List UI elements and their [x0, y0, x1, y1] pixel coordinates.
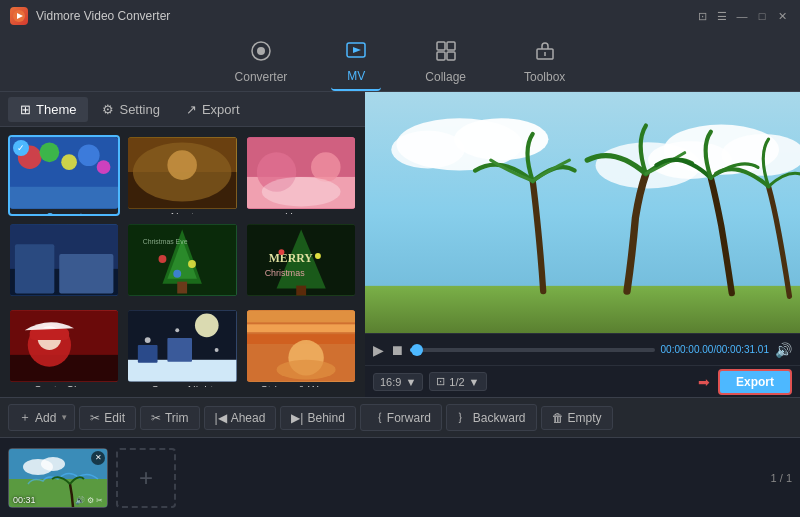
tab-export-label: Export — [202, 102, 240, 117]
ahead-button[interactable]: |◀ Ahead — [204, 406, 277, 430]
svg-text:Christmas Eve: Christmas Eve — [143, 238, 188, 245]
aspect-ratio-btn[interactable]: 16:9 ▼ — [373, 373, 423, 391]
svg-point-77 — [41, 457, 65, 471]
empty-button[interactable]: 🗑 Empty — [541, 406, 613, 430]
preview-area — [365, 92, 800, 333]
edit-label: Edit — [104, 411, 125, 425]
theme-grid: ✓ Current — [0, 127, 365, 397]
quality-label: 1/2 — [449, 376, 464, 388]
theme-snowy-night[interactable]: Snowy Night — [126, 308, 238, 389]
nav-collage[interactable]: Collage — [411, 34, 480, 90]
tab-setting[interactable]: ⚙ Setting — [90, 97, 171, 122]
clip-audio-icon: 🔊 — [75, 496, 85, 505]
svg-point-26 — [261, 177, 340, 207]
clip-cut-icon: ✂ — [96, 496, 103, 505]
nav-collage-label: Collage — [425, 70, 466, 84]
toolbar: ＋ Add ▼ ✂ Edit ✂ Trim |◀ Ahead ▶| Behind… — [0, 397, 800, 437]
svg-rect-52 — [128, 360, 236, 382]
toolbox-icon — [534, 40, 556, 67]
close-btn[interactable]: ✕ — [774, 8, 790, 24]
quality-chevron-icon: ▼ — [469, 376, 480, 388]
empty-label: Empty — [568, 411, 602, 425]
progress-dot — [411, 344, 423, 356]
minimize-btn[interactable]: — — [734, 8, 750, 24]
nav-mv[interactable]: MV — [331, 33, 381, 91]
tab-theme[interactable]: ⊞ Theme — [8, 97, 88, 122]
svg-point-55 — [176, 329, 180, 333]
theme-santa-claus[interactable]: Santa Claus — [8, 308, 120, 389]
svg-point-45 — [315, 253, 321, 259]
trim-button[interactable]: ✂ Trim — [140, 406, 200, 430]
clip-close-icon[interactable]: ✕ — [91, 451, 105, 465]
theme-stripes-waves[interactable]: Stripes & Waves — [245, 308, 357, 389]
stop-button[interactable]: ⏹ — [390, 342, 404, 358]
edit-button[interactable]: ✂ Edit — [79, 406, 136, 430]
menu-btn[interactable]: ☰ — [714, 8, 730, 24]
left-panel: ⊞ Theme ⚙ Setting ↗ Export ✓ — [0, 92, 365, 397]
forward-icon: ｛ — [371, 409, 383, 426]
theme-merry-christmas[interactable]: MERRY Christmas Merry Christmas — [245, 222, 357, 303]
nav-converter[interactable]: Converter — [221, 34, 302, 90]
forward-label: Forward — [387, 411, 431, 425]
right-panel: ▶ ⏹ 00:00:00.00/00:00:31.01 🔊 16:9 ▼ ⊡ 1… — [365, 92, 800, 397]
nav-mv-label: MV — [347, 69, 365, 83]
svg-rect-29 — [15, 244, 54, 293]
theme-simple-label: Simple — [10, 296, 118, 303]
svg-rect-61 — [247, 325, 355, 333]
behind-label: Behind — [307, 411, 344, 425]
add-button[interactable]: ＋ Add ▼ — [8, 404, 75, 431]
tab-export[interactable]: ↗ Export — [174, 97, 252, 122]
svg-point-54 — [145, 337, 151, 343]
add-label: Add — [35, 411, 56, 425]
ratio-label: 16:9 — [380, 376, 401, 388]
clip-icons: 🔊 ⚙ ✂ — [75, 496, 103, 505]
theme-snowy-night-label: Snowy Night — [128, 382, 236, 389]
quality-btn[interactable]: ⊡ 1/2 ▼ — [429, 372, 486, 391]
nav-toolbox-label: Toolbox — [524, 70, 565, 84]
svg-rect-58 — [168, 338, 193, 362]
svg-point-15 — [78, 144, 100, 166]
svg-rect-6 — [447, 42, 455, 50]
edit-icon: ✂ — [90, 411, 100, 425]
collage-icon — [435, 40, 457, 67]
svg-rect-57 — [138, 345, 158, 363]
svg-point-68 — [454, 118, 548, 160]
behind-button[interactable]: ▶| Behind — [280, 406, 356, 430]
svg-point-3 — [257, 47, 265, 55]
maximize-btn[interactable]: □ — [754, 8, 770, 24]
nav-toolbox[interactable]: Toolbox — [510, 34, 579, 90]
forward-button[interactable]: ｛ Forward — [360, 404, 442, 431]
ratio-chevron-icon: ▼ — [405, 376, 416, 388]
svg-point-35 — [159, 255, 167, 263]
trim-icon: ✂ — [151, 411, 161, 425]
timeline-clip[interactable]: ✕ 00:31 🔊 ⚙ ✂ — [8, 448, 108, 508]
selected-check-icon: ✓ — [13, 140, 29, 156]
svg-rect-17 — [10, 187, 118, 209]
theme-simple[interactable]: Simple — [8, 222, 120, 303]
time-display: 00:00:00.00/00:00:31.01 — [661, 344, 769, 355]
theme-stripes-waves-label: Stripes & Waves — [247, 382, 355, 389]
quality-icon: ⊡ — [436, 375, 445, 388]
progress-bar[interactable] — [410, 348, 655, 352]
add-clip-button[interactable]: + — [116, 448, 176, 508]
play-button[interactable]: ▶ — [373, 342, 384, 358]
setting-tab-icon: ⚙ — [102, 102, 114, 117]
bottom-controls: 16:9 ▼ ⊡ 1/2 ▼ ➡ Export — [365, 365, 800, 397]
clip-duration: 00:31 — [13, 495, 36, 505]
svg-rect-30 — [59, 254, 113, 293]
trim-label: Trim — [165, 411, 189, 425]
converter-icon — [250, 40, 272, 67]
svg-rect-60 — [247, 311, 355, 323]
restore-icon-btn[interactable]: ⊡ — [694, 8, 710, 24]
export-arrow-indicator: ➡ — [698, 374, 710, 390]
theme-christmas-eve[interactable]: Christmas Eve Christmas Eve — [126, 222, 238, 303]
theme-neat[interactable]: Neat — [126, 135, 238, 216]
svg-rect-7 — [437, 52, 445, 60]
export-button[interactable]: Export — [718, 369, 792, 395]
backward-button[interactable]: ｝ Backward — [446, 404, 537, 431]
theme-happy[interactable]: Happy — [245, 135, 357, 216]
theme-current[interactable]: ✓ Current — [8, 135, 120, 216]
svg-point-56 — [215, 348, 219, 352]
volume-icon[interactable]: 🔊 — [775, 342, 792, 358]
ahead-icon: |◀ — [215, 411, 227, 425]
